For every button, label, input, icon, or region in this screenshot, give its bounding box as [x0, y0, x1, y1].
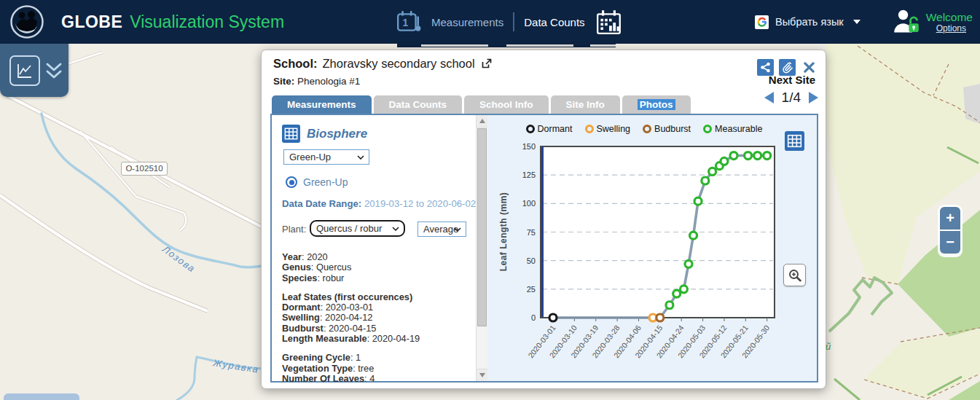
data-counts-calendar-icon[interactable] [595, 8, 624, 36]
scroll-down-button[interactable] [477, 369, 487, 381]
language-selector[interactable]: Выбрать язык [755, 0, 861, 44]
aggregate-select[interactable]: Average [418, 221, 466, 237]
date-range-label: Data Date Range: [282, 198, 361, 209]
biosphere-table-icon [282, 125, 300, 143]
data-point-measurable[interactable] [730, 152, 737, 160]
map-zoom-control: + − [938, 205, 963, 257]
svg-text:125: 125 [522, 170, 536, 179]
svg-text:75: 75 [527, 228, 536, 237]
measurements-calendar-icon[interactable]: 1 [396, 9, 422, 35]
tab-school-info[interactable]: School Info [464, 95, 549, 114]
tab-measurements[interactable]: Measurements [272, 95, 372, 114]
svg-text:Leaf Length (mm): Leaf Length (mm) [498, 192, 509, 272]
data-point-measurable[interactable] [702, 177, 709, 184]
site-title: Site: Phenologia #1 [273, 76, 360, 87]
data-point-measurable[interactable] [709, 168, 716, 175]
share-icon [760, 62, 771, 73]
product-name: Visualization System [130, 12, 284, 32]
data-point-measurable[interactable] [694, 197, 702, 205]
nav-divider [513, 12, 514, 31]
globe-logo[interactable] [9, 4, 44, 39]
dialog-content: Biosphere Green-Up Green-Up Data Date Ra… [270, 114, 818, 383]
chart-panel: DormantSwellingBudburstMeasurable 025507… [487, 115, 817, 381]
zoom-out-button[interactable]: − [940, 231, 960, 254]
data-point-dormant[interactable] [549, 314, 557, 321]
protocol-radio-row: Green-Up [286, 176, 348, 188]
caret-down-icon [853, 20, 861, 24]
chart-zoom-button[interactable] [783, 264, 806, 286]
external-link-icon[interactable] [480, 58, 493, 70]
close-icon [803, 61, 815, 74]
data-point-measurable[interactable] [764, 152, 771, 160]
chart-legend: DormantSwellingBudburstMeasurable [487, 124, 801, 134]
svg-text:100: 100 [522, 199, 536, 208]
site-page-indicator: 1/4 [782, 90, 801, 106]
site-label: Site: [273, 76, 294, 87]
tab-photos[interactable]: Photos [622, 95, 691, 114]
zoom-in-button[interactable]: + [940, 207, 960, 230]
svg-text:150: 150 [522, 142, 536, 151]
detail-row: Swelling: 2020-04-12 [282, 313, 464, 323]
data-date-range: Data Date Range: 2019-03-12 to 2020-06-0… [282, 198, 476, 209]
data-point-measurable[interactable] [680, 286, 687, 293]
scroll-up-button[interactable] [477, 115, 487, 128]
svg-text:0: 0 [531, 313, 536, 322]
data-point-budburst[interactable] [656, 314, 664, 321]
sphere-title: Biosphere [307, 127, 367, 141]
school-title: School: Zhoravsky secondary school [273, 57, 493, 71]
plant-select[interactable]: Quercus / robur [310, 220, 405, 237]
greenup-radio[interactable] [286, 176, 297, 188]
next-site-arrow[interactable] [809, 92, 818, 103]
graph-tool-button[interactable] [9, 55, 40, 86]
tab-label: School Info [479, 99, 533, 110]
data-point-measurable[interactable] [745, 152, 752, 160]
school-label: School: [273, 57, 318, 71]
account-area: Welcome Options [893, 0, 973, 44]
svg-text:25: 25 [527, 285, 536, 294]
next-site-label: Next Site [769, 74, 815, 86]
scrollbar-thumb[interactable] [477, 128, 487, 326]
detail-row: Budburst: 2020-04-15 [282, 323, 464, 334]
prev-site-arrow[interactable] [764, 92, 774, 103]
data-point-measurable[interactable] [690, 232, 697, 239]
data-point-measurable[interactable] [673, 290, 681, 297]
data-point-measurable[interactable] [666, 302, 673, 309]
legend-marker [526, 125, 535, 133]
legend-item-measurable: Measurable [703, 124, 762, 134]
nav-data-counts[interactable]: Data Counts [524, 16, 584, 28]
site-dialog: School: Zhoravsky secondary school Site:… [261, 50, 826, 389]
app-header: GLOBE Visualization System 1 Measurement… [0, 0, 980, 44]
detail-row: Number Of Leaves: 4 [282, 374, 464, 384]
welcome-label: Welcome [926, 11, 973, 23]
detail-row: Year: 2020 [282, 252, 464, 262]
paperclip-icon [781, 61, 793, 74]
main-nav: 1 Measurements Data Counts [396, 0, 624, 44]
map-attribution-pill[interactable] [4, 393, 79, 400]
data-point-measurable[interactable] [754, 152, 761, 160]
tab-site-info[interactable]: Site Info [551, 95, 620, 114]
magnifier-plus-icon [788, 268, 802, 283]
aggregate-select-value: Average [423, 224, 458, 235]
panel-scrollbar [476, 115, 487, 381]
data-point-measurable[interactable] [721, 157, 728, 165]
legend-marker [703, 125, 712, 133]
protocol-select[interactable]: Green-Up [283, 149, 369, 165]
detail-row: Vegetation Type: tree [282, 364, 464, 374]
plant-label: Plant: [282, 224, 306, 235]
site-pager: 1/4 [764, 90, 818, 106]
user-unlocked-icon[interactable] [893, 8, 920, 36]
options-link[interactable]: Options [936, 23, 966, 34]
tab-data-counts[interactable]: Data Counts [374, 95, 463, 114]
data-point-measurable[interactable] [685, 260, 692, 267]
detail-row: Length Measurable: 2020-04-19 [282, 334, 464, 344]
protocol-select-value: Green-Up [289, 152, 331, 162]
nav-tab-strip [397, 44, 616, 47]
map-layers-widget [0, 44, 68, 97]
legend-item-swelling: Swelling [585, 124, 631, 134]
map-green-label: й [826, 341, 831, 352]
svg-text:1: 1 [403, 17, 409, 28]
nav-measurements[interactable]: Measurements [431, 16, 503, 28]
chevron-double-down-icon[interactable] [45, 61, 63, 80]
legend-marker [585, 125, 594, 133]
greenup-radio-label: Green-Up [303, 176, 348, 188]
